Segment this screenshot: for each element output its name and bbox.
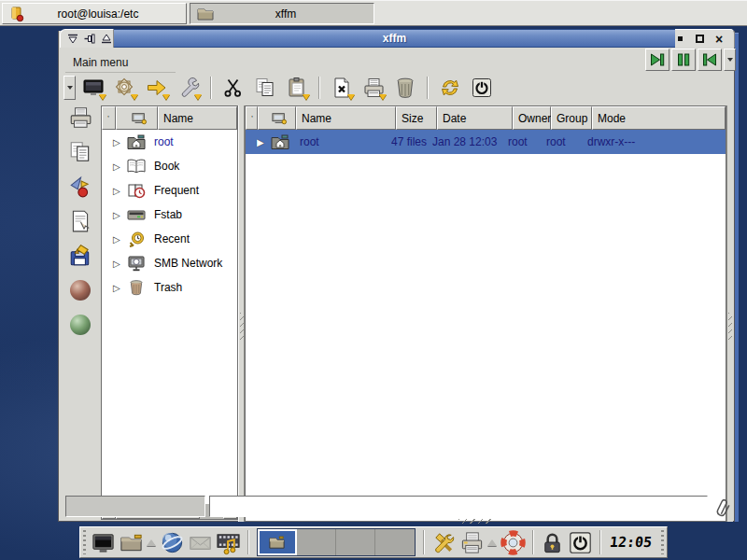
side-differences-button[interactable]: [66, 173, 94, 201]
tools-button[interactable]: [175, 76, 203, 101]
close-icon[interactable]: ×: [713, 34, 725, 45]
expander-icon[interactable]: ▷: [113, 259, 126, 269]
side-copy-button[interactable]: [66, 138, 94, 166]
panel-tools-button[interactable]: [430, 528, 458, 556]
expander-icon[interactable]: ▷: [113, 137, 126, 147]
tree-header-name[interactable]: Name: [158, 106, 237, 130]
shade-icon[interactable]: [66, 34, 79, 45]
go-forward-button[interactable]: [645, 49, 669, 71]
sphere-red-icon: [70, 280, 91, 301]
panel-handle[interactable]: [661, 530, 664, 554]
new-window-button[interactable]: [79, 76, 107, 101]
expander-icon[interactable]: ▷: [113, 210, 126, 220]
expander-icon[interactable]: ▷: [113, 234, 126, 245]
column-header-size[interactable]: Size: [396, 106, 437, 130]
column-header-name[interactable]: Name: [296, 106, 396, 130]
tree-header-icon-cell[interactable]: [116, 106, 158, 130]
panel-handle[interactable]: [83, 530, 86, 554]
tree-header-sort-cell[interactable]: ’: [102, 106, 116, 130]
taskbar-button-terminal[interactable]: root@louisa:/etc: [2, 3, 187, 24]
copy-button[interactable]: [251, 76, 279, 101]
pager-desktop-3[interactable]: [336, 529, 375, 555]
tree-item-recent[interactable]: ▷ Recent: [102, 227, 237, 251]
side-open-document-button[interactable]: [66, 207, 94, 235]
paste-button[interactable]: [283, 76, 311, 101]
panel-help-button[interactable]: [499, 528, 527, 556]
column-header-mode[interactable]: Mode: [592, 106, 726, 130]
side-toolbar: [62, 104, 99, 496]
pager-desktop-4[interactable]: [375, 529, 415, 555]
column-header-date[interactable]: Date: [437, 106, 513, 130]
panel-mail-button[interactable]: [187, 528, 215, 556]
pause-button[interactable]: [671, 49, 696, 71]
multimedia-icon: [216, 530, 241, 555]
unshade-icon[interactable]: [100, 34, 113, 45]
network-monitor-icon: [126, 255, 147, 272]
menu-underline: [65, 72, 176, 73]
expander-icon[interactable]: ▷: [113, 161, 126, 172]
side-save-button[interactable]: [66, 242, 94, 270]
pager-desktop-1[interactable]: [258, 529, 297, 555]
cut-button[interactable]: [219, 76, 247, 101]
toolbar-collapse-handle[interactable]: [63, 76, 76, 100]
taskbar-button-label: root@louisa:/etc: [27, 7, 186, 21]
tree-item-root[interactable]: ▷ root: [102, 130, 237, 154]
expander-icon[interactable]: ▶: [257, 137, 270, 147]
right-pane-handle[interactable]: [726, 105, 733, 522]
panel-divider[interactable]: [238, 105, 245, 522]
stick-pin-icon[interactable]: [83, 34, 96, 45]
panel-file-manager-button[interactable]: [117, 528, 145, 556]
attach-button[interactable]: [712, 496, 734, 518]
panel-browser-button[interactable]: [158, 528, 186, 556]
column-header-owner[interactable]: Owner: [513, 106, 551, 130]
expander-icon[interactable]: ▷: [113, 283, 126, 293]
location-entry[interactable]: [209, 496, 708, 517]
side-print-button[interactable]: [66, 104, 94, 132]
panel-power-button[interactable]: [567, 528, 595, 556]
top-taskbar: root@louisa:/etc xffm: [0, 0, 747, 26]
main-menu[interactable]: Main menu: [73, 56, 128, 69]
maximize-icon[interactable]: [695, 34, 706, 45]
dropdown-arrow-icon: [379, 94, 387, 100]
go-back-button[interactable]: [698, 49, 722, 71]
panel-separator: [532, 530, 534, 554]
frequent-books-clock-icon: [126, 182, 147, 199]
print-button[interactable]: [359, 76, 388, 101]
power-button[interactable]: [468, 76, 496, 101]
panel-clock[interactable]: 12:05: [609, 534, 653, 551]
hide-icon[interactable]: [675, 34, 686, 45]
tree-item-trash[interactable]: ▷ Trash: [102, 275, 237, 300]
side-sphere-red-button[interactable]: [66, 276, 94, 304]
terminal-app-icon: [8, 5, 27, 23]
tree-item-smb-network[interactable]: ▷ SMB Network: [102, 251, 237, 275]
settings-button[interactable]: [111, 76, 139, 101]
popup-arrow-icon[interactable]: [147, 539, 156, 546]
execute-button[interactable]: [328, 76, 356, 101]
taskbar-button-xffm[interactable]: xffm: [190, 3, 374, 24]
panel-multimedia-button[interactable]: [215, 528, 243, 556]
panel-terminal-button[interactable]: [89, 528, 117, 556]
tree-item-fstab[interactable]: ▷ Fstab: [102, 203, 237, 227]
panel-lock-button[interactable]: [539, 528, 567, 556]
goto-button[interactable]: [143, 76, 171, 101]
panel-print-button[interactable]: [458, 528, 486, 556]
list-row-root[interactable]: ▶ root 47 files Jan 28 12:03 root root d…: [246, 130, 726, 154]
popup-arrow-icon[interactable]: [487, 539, 497, 546]
bottom-panel: 12:05: [79, 526, 668, 558]
reload-button[interactable]: [436, 76, 464, 101]
home-folder-icon: [270, 133, 290, 150]
tree-item-book[interactable]: ▷ Book: [102, 154, 237, 178]
trash-button[interactable]: [391, 76, 419, 101]
tree-item-frequent[interactable]: ▷ Frequent: [102, 178, 237, 203]
list-header-icon-cell[interactable]: [258, 106, 296, 130]
titlebar-drag-area[interactable]: xffm: [114, 29, 675, 48]
list-header-sort-cell[interactable]: ’: [246, 106, 258, 130]
navbar-collapse-button[interactable]: [724, 49, 736, 71]
panel-resize-grip-icon[interactable]: [458, 519, 492, 524]
expander-icon[interactable]: ▷: [113, 186, 126, 196]
column-header-group[interactable]: Group: [551, 106, 592, 130]
lock-icon: [540, 530, 565, 555]
side-sphere-green-button[interactable]: [66, 311, 94, 339]
view-mode-icon: [270, 111, 289, 126]
pager-desktop-2[interactable]: [297, 529, 336, 555]
